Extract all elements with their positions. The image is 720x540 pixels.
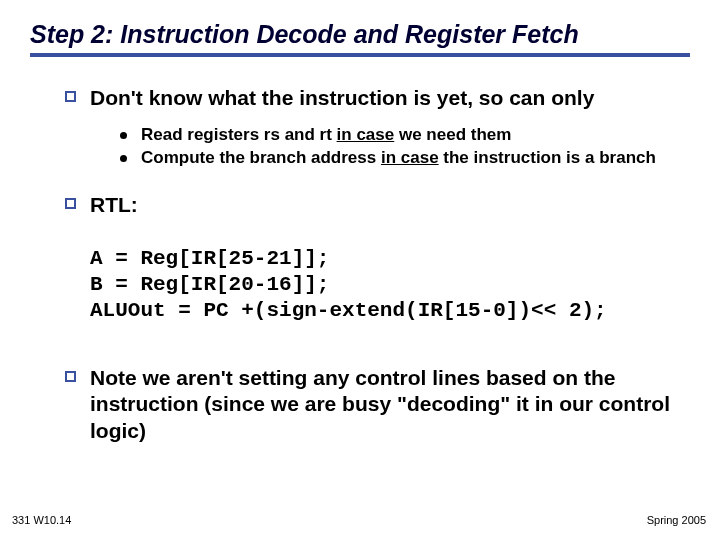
sub-bullet-text: Read registers rs and rt in case we need… <box>141 125 511 145</box>
list-item: RTL: <box>65 192 690 218</box>
slide-title: Step 2: Instruction Decode and Register … <box>30 20 690 51</box>
list-item: Note we aren't setting any control lines… <box>65 365 690 444</box>
list-item: Don't know what the instruction is yet, … <box>65 85 690 111</box>
sub-bullet-text: Compute the branch address in case the i… <box>141 148 656 168</box>
square-bullet-icon <box>65 198 76 209</box>
dot-bullet-icon <box>120 132 127 139</box>
footer-slide-number: 331 W10.14 <box>12 514 71 526</box>
square-bullet-icon <box>65 91 76 102</box>
bullet-text: Note we aren't setting any control lines… <box>90 365 690 444</box>
bullet-text: RTL: <box>90 192 138 218</box>
square-bullet-icon <box>65 371 76 382</box>
list-item: Compute the branch address in case the i… <box>120 148 660 168</box>
footer-date: Spring 2005 <box>647 514 706 526</box>
bullet-text: Don't know what the instruction is yet, … <box>90 85 594 111</box>
title-underline <box>30 53 690 57</box>
list-item: Read registers rs and rt in case we need… <box>120 125 660 145</box>
rtl-code: A = Reg[IR[25-21]]; B = Reg[IR[20-16]]; … <box>90 246 665 323</box>
dot-bullet-icon <box>120 155 127 162</box>
